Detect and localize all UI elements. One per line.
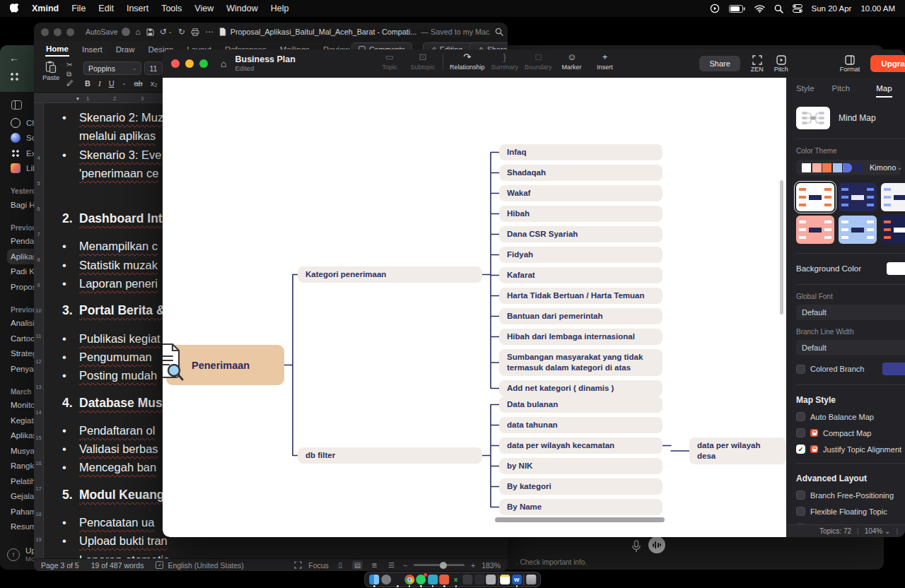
subtopic[interactable]: Hibah dari lembaga internasional bbox=[499, 329, 662, 345]
menu-time[interactable]: 10.00 AM bbox=[860, 4, 895, 13]
panel-tab[interactable]: Style bbox=[796, 81, 814, 98]
dock-app-icon[interactable] bbox=[451, 575, 461, 584]
dock-app-icon[interactable] bbox=[381, 575, 391, 584]
dock-app-icon[interactable] bbox=[523, 575, 524, 585]
home-icon[interactable]: ⌂ bbox=[136, 27, 141, 37]
zoom-slider[interactable] bbox=[414, 564, 465, 566]
subtopic[interactable]: Dana CSR Syariah bbox=[499, 226, 662, 242]
justify-alignment-checkbox[interactable]: ✓ bbox=[796, 445, 805, 454]
wifi-icon[interactable] bbox=[754, 5, 765, 13]
subtopic[interactable]: Shadaqah bbox=[499, 165, 662, 181]
compact-map-checkbox[interactable] bbox=[796, 428, 805, 437]
compact-map-row[interactable]: Compact Map bbox=[796, 428, 905, 437]
search-icon[interactable] bbox=[495, 28, 503, 36]
language-indicator[interactable]: English (United States) bbox=[168, 561, 243, 570]
subscript-button[interactable]: x₂ bbox=[151, 79, 158, 88]
toolbar-button[interactable]: □ Boundary bbox=[525, 52, 552, 71]
focus-label[interactable]: Focus bbox=[308, 561, 329, 570]
menu-date[interactable]: Sun 20 Apr bbox=[812, 4, 852, 13]
dock-app-icon[interactable] bbox=[416, 575, 426, 584]
subtopic[interactable]: Bantuan dari pemerintah bbox=[499, 308, 662, 324]
ribbon-tab[interactable]: Draw bbox=[115, 43, 136, 56]
app-grid-icon[interactable] bbox=[10, 72, 19, 81]
dock-app-icon[interactable] bbox=[486, 575, 496, 584]
battery-icon[interactable] bbox=[729, 5, 745, 13]
subtopic[interactable]: Hibah bbox=[499, 206, 662, 222]
menu-file[interactable]: File bbox=[71, 4, 86, 13]
copy-icon[interactable]: ⧉ bbox=[66, 71, 74, 78]
view-read-icon[interactable]: ▯ bbox=[335, 560, 346, 570]
main-topic-kategori[interactable]: Kategori penerimaan bbox=[298, 266, 482, 283]
redo-icon[interactable]: ↻ bbox=[178, 27, 185, 37]
toolbar-button[interactable]: ▭ Topic bbox=[376, 52, 403, 71]
subtopic-desa[interactable]: data per wilayah desa bbox=[689, 437, 786, 464]
theme-thumb[interactable] bbox=[881, 183, 905, 211]
justify-alignment-row[interactable]: ✓ Justify Topic Alignment bbox=[796, 445, 905, 454]
branch-line-width-select[interactable]: Default bbox=[796, 340, 905, 355]
subtopic[interactable]: By kategori bbox=[499, 478, 662, 495]
view-outline-icon[interactable]: ☰ bbox=[386, 560, 397, 570]
structure-row[interactable]: Mind Map bbox=[796, 107, 905, 129]
zoom-in-button[interactable]: + bbox=[471, 561, 475, 570]
auto-balance-row[interactable]: Auto Balance Map bbox=[796, 412, 905, 421]
pitch-button[interactable]: Pitch bbox=[774, 55, 788, 73]
document-line[interactable]: • Laporan otomatis bbox=[44, 551, 508, 558]
focus-icon[interactable] bbox=[294, 561, 302, 569]
branch-color-swatch[interactable] bbox=[882, 363, 905, 375]
dock-app-icon[interactable] bbox=[404, 575, 414, 584]
dock-app-icon[interactable] bbox=[392, 575, 402, 584]
proofing-icon[interactable]: ✓ bbox=[156, 561, 163, 569]
colored-branch-checkbox[interactable] bbox=[796, 365, 805, 374]
vertical-scrollbar[interactable] bbox=[780, 180, 783, 314]
theme-thumb[interactable] bbox=[839, 216, 877, 244]
minimize-button[interactable] bbox=[185, 59, 194, 68]
branch-free-positioning-row[interactable]: Branch Free-Positioning bbox=[796, 490, 905, 500]
subtopic[interactable]: Data bulanan bbox=[499, 396, 662, 413]
back-arrow-icon[interactable]: ← bbox=[9, 52, 19, 64]
subtopic[interactable]: Kafarat bbox=[499, 267, 662, 283]
zoom-percent[interactable]: 183% bbox=[481, 561, 501, 570]
dock-app-icon[interactable] bbox=[369, 575, 379, 584]
undo-icon[interactable]: ↺⌄ bbox=[160, 27, 173, 37]
control-center-icon[interactable] bbox=[793, 4, 802, 13]
ruler-vertical[interactable]: 4567891011121314151617181920 bbox=[34, 103, 44, 558]
subtopic[interactable]: Fidyah bbox=[499, 247, 662, 263]
voice-mode-button[interactable] bbox=[648, 536, 665, 553]
central-topic[interactable]: Penerimaan bbox=[166, 345, 284, 385]
share-button[interactable]: Share bbox=[699, 56, 740, 71]
toolbar-button[interactable]: ⊡ Subtopic bbox=[409, 52, 436, 71]
toolbar-button[interactable]: } Summary bbox=[491, 52, 519, 71]
dock-app-icon[interactable] bbox=[512, 575, 522, 584]
theme-thumb[interactable] bbox=[796, 216, 834, 244]
dock-app-icon[interactable] bbox=[498, 575, 498, 585]
format-button[interactable]: Format bbox=[840, 55, 860, 73]
subtopic[interactable]: By Name bbox=[499, 499, 662, 515]
strikethrough-button[interactable]: ab bbox=[134, 79, 142, 88]
bold-button[interactable]: B bbox=[85, 79, 90, 88]
close-button[interactable] bbox=[41, 28, 49, 36]
dock-app-icon[interactable] bbox=[526, 575, 536, 584]
minimize-button[interactable] bbox=[54, 28, 62, 36]
subtopic[interactable]: Infaq bbox=[499, 144, 662, 160]
autosave-toggle[interactable]: AutoSave bbox=[86, 28, 130, 36]
branch-free-positioning-checkbox[interactable] bbox=[796, 490, 805, 500]
panel-tab[interactable]: Pitch bbox=[832, 81, 851, 98]
mindmap-canvas[interactable]: Penerimaan Kategori penerimaan db filter… bbox=[163, 78, 786, 537]
flexible-floating-topic-checkbox[interactable] bbox=[796, 507, 805, 516]
spotlight-search-icon[interactable] bbox=[774, 4, 783, 13]
zoom-slider-knob[interactable] bbox=[440, 562, 447, 569]
ribbon-tab[interactable]: Home bbox=[45, 42, 69, 57]
microphone-icon[interactable] bbox=[631, 540, 641, 555]
sidebar-toggle-icon[interactable] bbox=[11, 100, 22, 110]
theme-thumb-selected[interactable] bbox=[796, 183, 834, 211]
cut-icon[interactable]: ✂ bbox=[66, 61, 74, 69]
subtopic[interactable]: data tahunan bbox=[499, 417, 662, 433]
menu-app-name[interactable]: Xmind bbox=[32, 4, 59, 13]
home-icon[interactable]: ⌂ bbox=[221, 58, 226, 69]
screen-record-icon[interactable] bbox=[710, 4, 720, 13]
print-icon[interactable] bbox=[191, 28, 199, 36]
toolbar-button[interactable]: ☺ Marker bbox=[559, 52, 585, 71]
zoom-out-button[interactable]: − bbox=[403, 561, 407, 570]
font-size-select[interactable]: 11 bbox=[144, 61, 163, 75]
subtopic[interactable]: Add net kategori ( dinamis ) bbox=[499, 380, 662, 396]
